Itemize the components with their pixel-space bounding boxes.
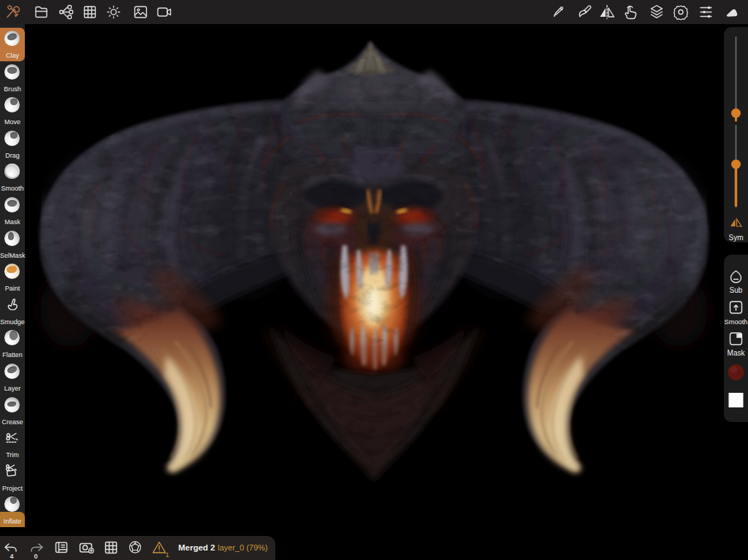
svg-text:Sym: Sym bbox=[729, 234, 744, 242]
svg-text:layer_0 (79%): layer_0 (79%) bbox=[218, 543, 267, 552]
svg-text:4: 4 bbox=[9, 553, 13, 560]
svg-text:Mask: Mask bbox=[728, 349, 746, 357]
svg-text:Merged 2: Merged 2 bbox=[178, 543, 215, 552]
svg-text:Smooth: Smooth bbox=[724, 318, 747, 326]
svg-text:1: 1 bbox=[165, 551, 169, 559]
svg-text:Sub: Sub bbox=[730, 286, 743, 294]
svg-text:0: 0 bbox=[34, 553, 37, 560]
